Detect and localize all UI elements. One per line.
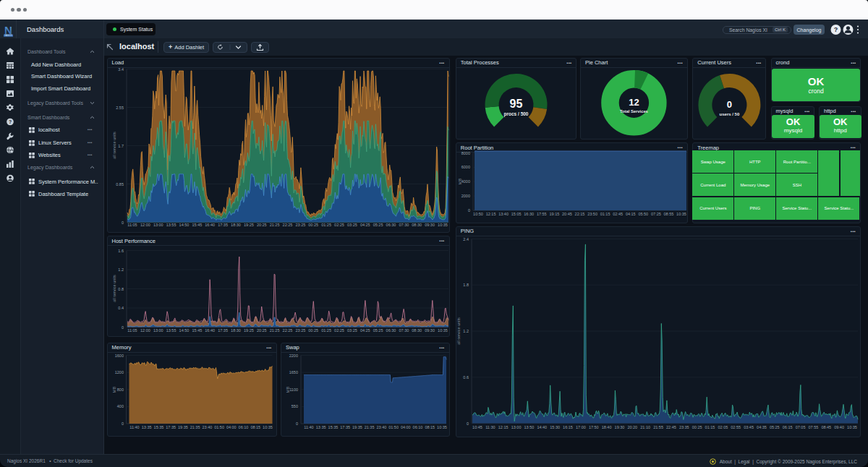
svg-text:N: N [4, 24, 12, 36]
svg-text:?: ? [9, 119, 12, 124]
svg-text:NAGIOS: NAGIOS [4, 34, 12, 37]
svg-text:?: ? [834, 26, 838, 33]
